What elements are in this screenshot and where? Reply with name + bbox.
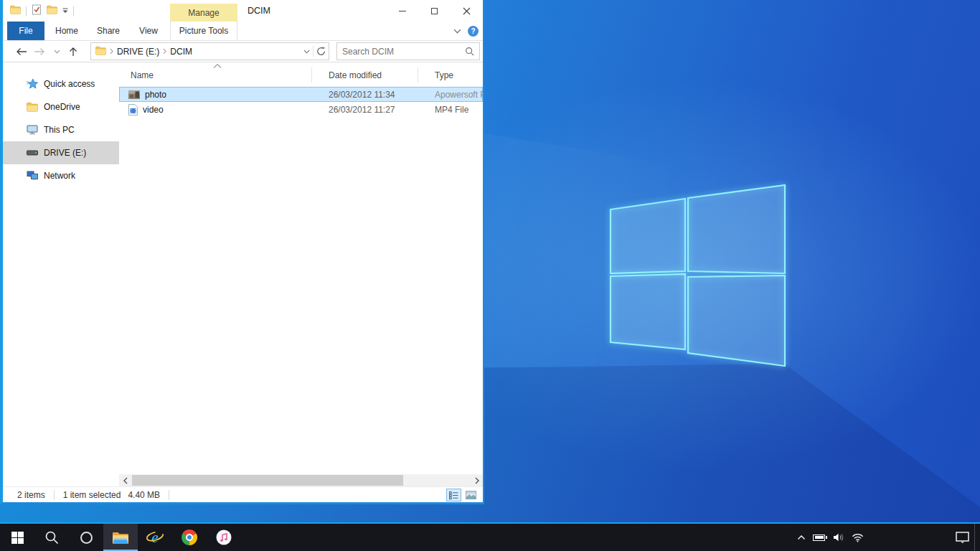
horizontal-scrollbar[interactable]	[119, 474, 483, 486]
search-input[interactable]	[342, 47, 465, 57]
navigation-bar: DRIVE (E:) DCIM	[3, 41, 483, 62]
column-header-name[interactable]: Name	[119, 70, 317, 80]
ribbon-tab-row: File Home Share View Picture Tools ?	[3, 22, 483, 41]
cortana-icon	[80, 532, 93, 544]
quick-access-star-icon	[27, 78, 38, 90]
internet-explorer-button[interactable]: e	[138, 524, 172, 551]
battery-icon[interactable]	[811, 534, 829, 541]
tab-file[interactable]: File	[7, 22, 44, 40]
explorer-window-icon	[10, 5, 21, 17]
action-center-icon[interactable]	[950, 532, 974, 544]
forward-button[interactable]	[30, 47, 49, 56]
maximize-icon	[431, 8, 438, 14]
sidebar-item-label: This PC	[44, 125, 75, 135]
large-icons-view-button[interactable]	[463, 489, 479, 501]
taskbar-search-button[interactable]	[34, 524, 69, 551]
help-icon[interactable]: ?	[468, 26, 479, 37]
taskbar-file-explorer-button[interactable]	[103, 524, 138, 551]
column-header-row: Name Date modified Type	[119, 66, 483, 84]
status-separator	[169, 490, 169, 500]
ribbon-right-controls: ?	[453, 22, 479, 41]
file-explorer-window: Manage DCIM File Home Share View Picture…	[0, 0, 484, 504]
refresh-icon[interactable]	[316, 47, 326, 56]
file-date-modified: 26/03/2012 11:27	[317, 105, 423, 115]
show-desktop-button[interactable]	[974, 524, 980, 551]
taskbar: e	[0, 522, 980, 551]
close-icon	[463, 7, 471, 15]
file-row-video[interactable]: video 26/03/2012 11:27 MP4 File	[119, 102, 483, 117]
address-folder-icon	[95, 46, 106, 57]
file-type: Apowersoft Pho	[423, 90, 483, 100]
file-rows: photo 26/03/2012 11:34 Apowersoft Pho	[119, 87, 483, 117]
properties-icon[interactable]	[32, 4, 42, 17]
sidebar-item-drive-e[interactable]: DRIVE (E:)	[3, 141, 119, 164]
maximize-button[interactable]	[418, 0, 451, 22]
sidebar-item-label: DRIVE (E:)	[44, 148, 86, 158]
expand-ribbon-chevron-icon[interactable]	[453, 29, 461, 34]
tab-home[interactable]: Home	[50, 22, 83, 40]
view-switcher	[446, 489, 479, 501]
window-title: DCIM	[248, 0, 270, 22]
tab-view[interactable]: View	[132, 22, 165, 40]
breadcrumb-drive[interactable]: DRIVE (E:)	[113, 47, 163, 57]
column-separator[interactable]	[418, 67, 418, 83]
sidebar-item-onedrive[interactable]: OneDrive	[3, 95, 119, 118]
up-button[interactable]	[65, 47, 82, 57]
hidden-icons-chevron-icon[interactable]	[792, 534, 811, 540]
details-view-button[interactable]	[446, 489, 461, 501]
navigation-pane: Quick access OneDrive This PC	[3, 62, 119, 474]
back-button[interactable]	[13, 47, 30, 56]
sidebar-item-network[interactable]: Network	[3, 164, 119, 187]
minimize-button[interactable]	[386, 0, 418, 22]
network-icon	[27, 171, 38, 181]
chrome-icon	[182, 529, 197, 545]
address-dropdown-chevron-icon[interactable]	[303, 50, 310, 54]
file-type: MP4 File	[423, 105, 483, 115]
column-header-type[interactable]: Type	[423, 70, 483, 80]
address-bar[interactable]: DRIVE (E:) DCIM	[90, 42, 329, 60]
manage-contextual-tab[interactable]: Manage	[170, 4, 237, 22]
search-icon[interactable]	[465, 47, 474, 56]
address-divider	[313, 46, 314, 57]
drive-icon	[27, 150, 38, 156]
video-file-icon	[128, 104, 138, 116]
search-box[interactable]	[336, 42, 480, 60]
file-name: video	[143, 105, 164, 115]
wifi-icon[interactable]	[848, 533, 867, 542]
file-name: photo	[145, 90, 166, 100]
column-header-date-modified[interactable]: Date modified	[317, 70, 423, 80]
file-row-photo[interactable]: photo 26/03/2012 11:34 Apowersoft Pho	[119, 87, 483, 102]
tab-share[interactable]: Share	[92, 22, 125, 40]
onedrive-folder-icon	[27, 102, 38, 112]
selection-count: 1 item selected	[63, 490, 121, 500]
start-button[interactable]	[0, 524, 34, 551]
close-button[interactable]	[451, 0, 483, 22]
internet-explorer-icon: e	[146, 529, 164, 546]
scrollbar-thumb[interactable]	[132, 475, 403, 486]
quick-access-toolbar	[10, 0, 74, 22]
qat-separator	[73, 6, 74, 16]
scroll-right-arrow-icon[interactable]	[471, 474, 483, 486]
new-folder-icon[interactable]	[47, 5, 57, 17]
volume-icon[interactable]	[829, 532, 848, 542]
itunes-button[interactable]	[207, 524, 241, 551]
items-count: 2 items	[17, 490, 45, 500]
status-bar: 2 items 1 item selected 4.40 MB	[3, 486, 483, 502]
tab-picture-tools[interactable]: Picture Tools	[170, 22, 237, 40]
sidebar-item-label: Network	[44, 171, 75, 181]
chrome-button[interactable]	[172, 524, 207, 551]
title-bar: Manage DCIM	[3, 0, 483, 22]
window-body: Quick access OneDrive This PC	[3, 62, 483, 474]
sidebar-item-this-pc[interactable]: This PC	[3, 118, 119, 141]
scroll-left-arrow-icon[interactable]	[119, 474, 131, 486]
sidebar-item-label: Quick access	[44, 79, 95, 89]
sidebar-item-label: OneDrive	[44, 102, 80, 112]
cortana-button[interactable]	[69, 524, 103, 551]
recent-locations-chevron-icon[interactable]	[49, 50, 65, 54]
sidebar-item-quick-access[interactable]: Quick access	[3, 72, 119, 95]
search-icon	[44, 530, 59, 545]
large-icons-view-icon	[466, 491, 476, 499]
customize-qat-dropdown-icon[interactable]	[62, 6, 68, 16]
breadcrumb-dcim[interactable]: DCIM	[166, 47, 196, 57]
column-separator[interactable]	[311, 67, 312, 83]
